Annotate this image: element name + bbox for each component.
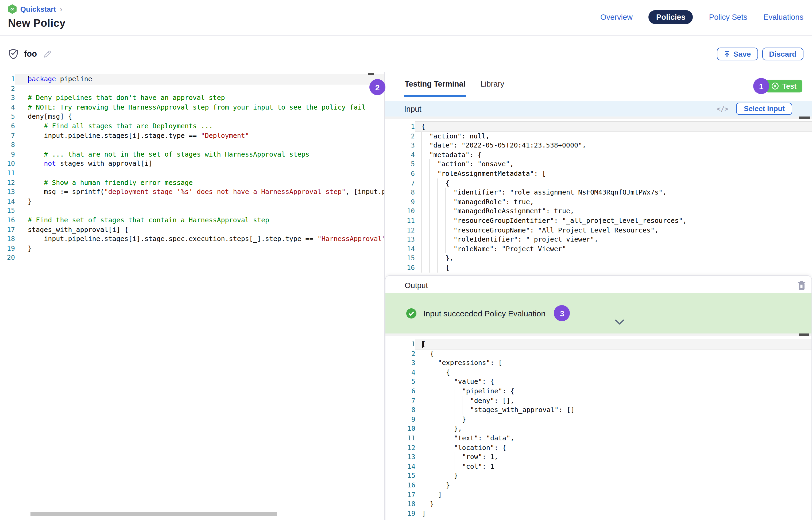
play-circle-icon bbox=[771, 82, 779, 90]
input-json-editor[interactable]: 1{2 "action": null,3 "date": "2022-05-05… bbox=[385, 116, 812, 275]
testing-terminal-panel: 1 Test Testing Terminal Library Input </… bbox=[385, 72, 812, 520]
success-check-icon bbox=[406, 308, 416, 318]
input-scrollbar-handle[interactable] bbox=[799, 116, 810, 119]
breadcrumb: ∞ Quickstart › bbox=[8, 4, 66, 14]
edit-pencil-icon[interactable] bbox=[43, 49, 52, 58]
terminal-tabbar: Testing Terminal Library bbox=[385, 72, 812, 97]
save-button[interactable]: Save bbox=[717, 48, 758, 60]
output-section-header: Output bbox=[385, 278, 811, 293]
tab-library[interactable]: Library bbox=[480, 72, 505, 97]
code-view-icon[interactable]: </> bbox=[717, 105, 728, 112]
editor-top-scrollbar[interactable] bbox=[368, 73, 374, 75]
save-label: Save bbox=[733, 50, 751, 58]
input-top-scroll-track[interactable] bbox=[385, 116, 812, 119]
policy-name: foo bbox=[24, 49, 37, 59]
upload-icon bbox=[724, 51, 730, 57]
output-json-lines[interactable]: 1[2 {3 "expressions": [4 {5 "value": {6 … bbox=[385, 339, 811, 518]
input-section-header: Input </> Select Input bbox=[385, 101, 812, 116]
policy-toolbar: foo Save Discard bbox=[0, 36, 812, 72]
toolbar-actions: Save Discard bbox=[717, 48, 804, 60]
editor-horizontal-scrollbar[interactable] bbox=[30, 512, 277, 516]
top-nav: Overview Policies Policy Sets Evaluation… bbox=[600, 9, 804, 25]
harness-logo-icon: ∞ bbox=[8, 4, 17, 14]
evaluation-success-banner: Input succeeded Policy Evaluation 3 bbox=[385, 293, 811, 334]
input-title: Input bbox=[404, 104, 717, 113]
input-json-lines[interactable]: 1{2 "action": null,3 "date": "2022-05-05… bbox=[385, 122, 812, 272]
test-button[interactable]: Test bbox=[765, 80, 803, 93]
header-left: ∞ Quickstart › New Policy bbox=[8, 0, 66, 35]
output-title: Output bbox=[405, 281, 797, 290]
output-section: Output Input succeeded bbox=[385, 275, 812, 520]
policy-code-editor[interactable]: 1package pipeline23# Deny pipelines that… bbox=[0, 72, 385, 520]
page-title: New Policy bbox=[8, 17, 66, 29]
output-top-scroll-track[interactable] bbox=[385, 334, 811, 336]
trash-icon[interactable] bbox=[797, 281, 806, 290]
discard-label: Discard bbox=[769, 50, 796, 58]
breadcrumb-link-quickstart[interactable]: Quickstart bbox=[20, 5, 56, 13]
chevron-down-icon[interactable] bbox=[614, 319, 625, 325]
step-badge-1: 1 bbox=[753, 78, 769, 94]
chevron-right-icon: › bbox=[60, 6, 62, 12]
step-badge-3: 3 bbox=[554, 305, 570, 321]
nav-tab-policies[interactable]: Policies bbox=[649, 10, 693, 24]
svg-text:∞: ∞ bbox=[10, 6, 15, 12]
discard-button[interactable]: Discard bbox=[762, 48, 804, 60]
banner-message: Input succeeded Policy Evaluation bbox=[423, 309, 545, 318]
output-scrollbar-handle[interactable] bbox=[798, 334, 809, 336]
tab-testing-terminal[interactable]: Testing Terminal bbox=[404, 72, 466, 97]
nav-tab-overview[interactable]: Overview bbox=[600, 13, 633, 21]
app-window: ∞ Quickstart › New Policy Overview Polic… bbox=[0, 0, 812, 520]
policy-identity: foo bbox=[8, 49, 52, 59]
page-header: ∞ Quickstart › New Policy Overview Polic… bbox=[0, 0, 812, 36]
nav-tab-evaluations[interactable]: Evaluations bbox=[763, 13, 804, 21]
test-label: Test bbox=[782, 82, 796, 90]
nav-tab-policy-sets[interactable]: Policy Sets bbox=[709, 13, 747, 21]
editor-lines[interactable]: 1package pipeline23# Deny pipelines that… bbox=[0, 72, 384, 262]
main-split: 2 1package pipeline23# Deny pipelines th… bbox=[0, 72, 812, 520]
select-input-button[interactable]: Select Input bbox=[736, 103, 792, 115]
output-json-editor[interactable]: 1[2 {3 "expressions": [4 {5 "value": {6 … bbox=[385, 334, 811, 520]
shield-check-icon bbox=[8, 49, 18, 59]
step-badge-2: 2 bbox=[370, 79, 385, 95]
